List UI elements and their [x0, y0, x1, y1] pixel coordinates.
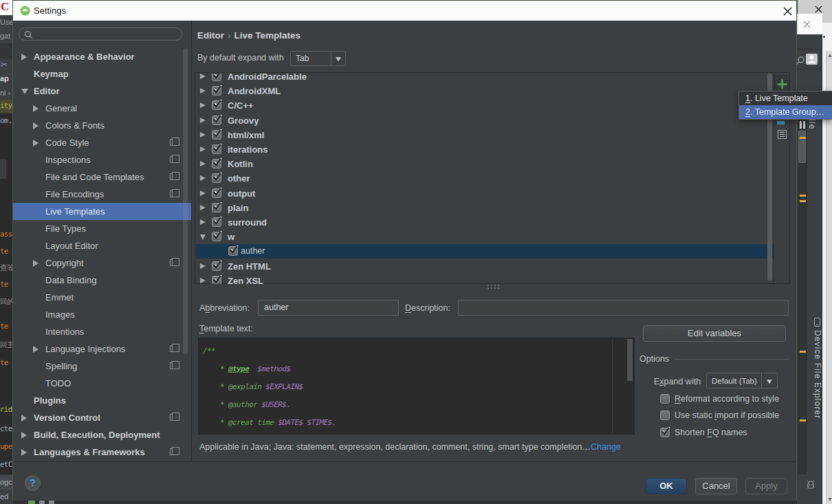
- chevron-collapsed-icon[interactable]: [33, 346, 39, 353]
- dialog-titlebar[interactable]: Settings: [13, 1, 796, 21]
- template-text-editor[interactable]: /*** @type $method$* @explain $EXPLAIN$*…: [198, 338, 635, 435]
- sidebar-item-plugins[interactable]: Plugins: [13, 392, 191, 409]
- browser-close-icon[interactable]: [815, 6, 822, 13]
- sidebar-item-language-injections[interactable]: Language Injections: [13, 340, 191, 358]
- checkbox-checked[interactable]: [212, 159, 221, 168]
- template-row-iterations[interactable]: iterations: [196, 142, 774, 157]
- sidebar-item-data-binding[interactable]: Data Binding: [13, 272, 191, 289]
- sidebar-item-editor[interactable]: Editor: [13, 83, 191, 100]
- abbreviation-input[interactable]: auther: [258, 300, 399, 316]
- help-button[interactable]: ?: [25, 475, 41, 491]
- checkbox-checked[interactable]: [228, 246, 238, 256]
- template-row-w[interactable]: w: [196, 230, 774, 244]
- default-expand-combobox[interactable]: Tab: [290, 51, 346, 66]
- template-row-auther[interactable]: auther: [196, 244, 774, 259]
- edit-variables-button[interactable]: Edit variables: [643, 325, 786, 342]
- splitter-grip[interactable]: [488, 285, 500, 289]
- ide-close-icon[interactable]: [803, 21, 811, 28]
- checkbox-checked[interactable]: [212, 74, 221, 81]
- checkbox-checked[interactable]: [212, 203, 221, 212]
- checkbox-checked[interactable]: [212, 116, 221, 125]
- chevron-collapsed-icon[interactable]: [21, 432, 27, 439]
- popup-item-1[interactable]: 1. Live Template: [739, 91, 832, 105]
- sidebar-item-live-templates[interactable]: Live Templates: [13, 203, 191, 220]
- chevron-collapsed-icon[interactable]: [200, 190, 206, 196]
- sidebar-item-code-style[interactable]: Code Style: [13, 134, 191, 151]
- checkbox-checked[interactable]: [212, 261, 221, 271]
- description-input[interactable]: [458, 300, 789, 316]
- chevron-collapsed-icon[interactable]: [33, 122, 39, 129]
- chevron-down-icon[interactable]: [331, 52, 345, 65]
- ok-button[interactable]: OK: [646, 478, 687, 494]
- checkbox-checked[interactable]: [212, 100, 221, 110]
- sidebar-scrollbar-thumb[interactable]: [183, 48, 188, 354]
- chevron-collapsed-icon[interactable]: [200, 175, 206, 181]
- template-row-kotlin[interactable]: Kotlin: [196, 157, 774, 171]
- checkbox-checked[interactable]: [212, 232, 221, 241]
- chevron-collapsed-icon[interactable]: [33, 105, 39, 112]
- add-icon[interactable]: [777, 79, 787, 89]
- sidebar-item-keymap[interactable]: Keymap: [13, 65, 191, 83]
- device-file-explorer-tool-button[interactable]: Device File Explorer: [813, 330, 822, 419]
- template-row-surround[interactable]: surround: [196, 215, 774, 230]
- checkbox-checked[interactable]: [212, 217, 221, 227]
- sidebar-item-version-control[interactable]: Version Control: [13, 409, 191, 426]
- sidebar-item-inspections[interactable]: Inspections: [13, 151, 191, 168]
- cancel-button[interactable]: Cancel: [695, 478, 737, 494]
- chevron-collapsed-icon[interactable]: [200, 278, 206, 283]
- sidebar-item-file-encodings[interactable]: File Encodings: [13, 186, 191, 203]
- chevron-collapsed-icon[interactable]: [200, 219, 206, 225]
- template-row-plain[interactable]: plain: [196, 201, 774, 215]
- checkbox[interactable]: [660, 394, 670, 404]
- sidebar-item-file-and-code-templates[interactable]: File and Code Templates: [13, 168, 191, 186]
- checkbox-checked[interactable]: [212, 130, 221, 140]
- editor-scrollbar-thumb[interactable]: [627, 339, 633, 381]
- checkbox-checked[interactable]: [212, 188, 221, 198]
- chevron-collapsed-icon[interactable]: [33, 260, 39, 267]
- checkbox-checked[interactable]: [212, 86, 221, 96]
- template-row-c-c-[interactable]: C/C++: [196, 98, 774, 113]
- sidebar-item-todo[interactable]: TODO: [13, 375, 191, 392]
- checkbox-checked[interactable]: [212, 173, 221, 183]
- apply-button[interactable]: Apply: [745, 478, 787, 494]
- chevron-collapsed-icon[interactable]: [200, 132, 206, 138]
- checkbox-checked[interactable]: [660, 428, 670, 437]
- checkbox-checked[interactable]: [212, 276, 221, 284]
- chevron-expanded-icon[interactable]: [200, 234, 206, 240]
- chevron-collapsed-icon[interactable]: [21, 54, 27, 61]
- sidebar-item-file-types[interactable]: File Types: [13, 220, 191, 237]
- chevron-collapsed-icon[interactable]: [200, 161, 206, 166]
- sidebar-item-spelling[interactable]: Spelling: [13, 358, 191, 375]
- sidebar-item-images[interactable]: Images: [13, 306, 191, 323]
- change-link[interactable]: Change: [591, 442, 621, 452]
- dialog-close-button[interactable]: [780, 4, 794, 18]
- chevron-collapsed-icon[interactable]: [200, 146, 206, 152]
- chevron-collapsed-icon[interactable]: [200, 88, 206, 94]
- template-row-html-xml[interactable]: html/xml: [196, 128, 774, 142]
- checkbox[interactable]: [660, 410, 670, 420]
- sidebar-item-intentions[interactable]: Intentions: [13, 323, 191, 340]
- settings-search-input[interactable]: [19, 28, 182, 41]
- sidebar-item-general[interactable]: General: [13, 100, 191, 117]
- template-row-other[interactable]: other: [196, 171, 774, 186]
- sidebar-item-appearance-behavior[interactable]: Appearance & Behavior: [13, 48, 191, 65]
- sidebar-item-colors-fonts[interactable]: Colors & Fonts: [13, 117, 191, 134]
- chevron-collapsed-icon[interactable]: [200, 102, 206, 108]
- template-row-androidparcelable[interactable]: AndroidParcelable: [196, 74, 774, 84]
- checkbox-checked[interactable]: [212, 144, 221, 154]
- chevron-collapsed-icon[interactable]: [200, 74, 206, 79]
- sidebar-item-languages-frameworks[interactable]: Languages & Frameworks: [13, 443, 191, 461]
- scroll-up-icon[interactable]: [828, 54, 832, 57]
- restore-defaults-icon[interactable]: [778, 130, 787, 139]
- editor-scrollbar-thumb[interactable]: [798, 131, 806, 163]
- sidebar-item-build-execution-deployment[interactable]: Build, Execution, Deployment: [13, 426, 191, 443]
- chevron-collapsed-icon[interactable]: [33, 140, 39, 146]
- template-row-zen-xsl[interactable]: Zen XSL: [196, 274, 774, 284]
- expand-with-combobox[interactable]: Default (Tab): [706, 373, 778, 388]
- template-row-output[interactable]: output: [196, 186, 774, 201]
- chevron-collapsed-icon[interactable]: [21, 415, 27, 421]
- sidebar-item-layout-editor[interactable]: Layout Editor: [13, 237, 191, 254]
- template-row-androidxml[interactable]: AndroidXML: [196, 84, 774, 98]
- sidebar-item-emmet[interactable]: Emmet: [13, 289, 191, 306]
- chevron-collapsed-icon[interactable]: [21, 449, 27, 456]
